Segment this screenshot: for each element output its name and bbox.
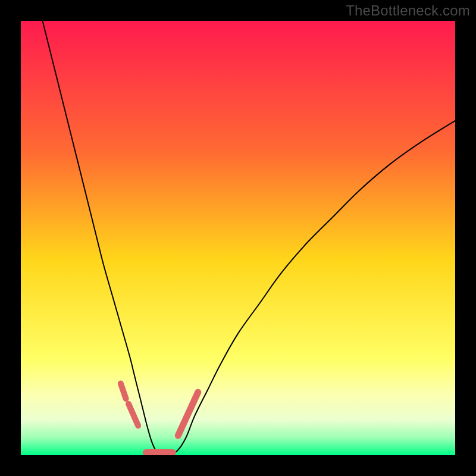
chart-frame: TheBottleneck.com [0,0,476,476]
gradient-background [21,21,455,455]
watermark-label: TheBottleneck.com [346,2,470,19]
plot-area [21,21,455,455]
bottleneck-chart [21,21,455,455]
